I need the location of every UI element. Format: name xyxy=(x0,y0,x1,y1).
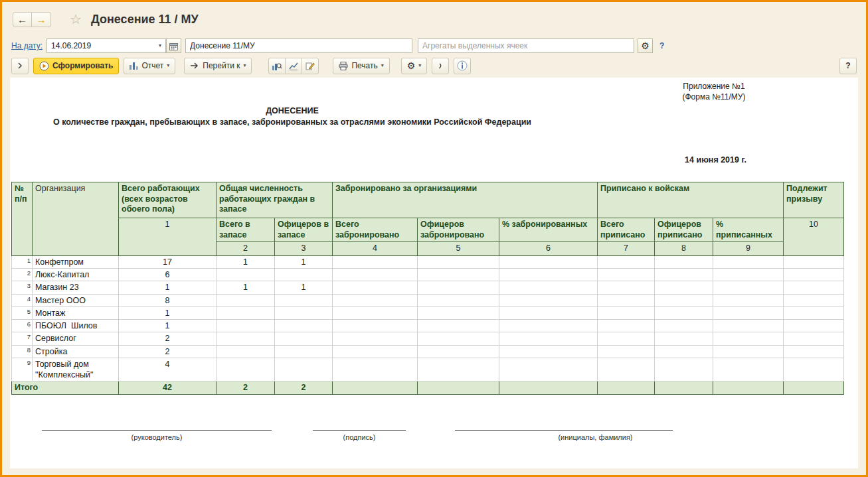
col-header-assigned-percent[interactable]: % приписанных xyxy=(713,218,784,242)
value-cell[interactable] xyxy=(418,269,499,281)
value-cell[interactable] xyxy=(333,281,418,294)
value-cell[interactable] xyxy=(499,269,598,281)
value-cell[interactable]: 6 xyxy=(119,269,217,281)
value-cell[interactable] xyxy=(655,294,713,307)
cell-comment-button[interactable] xyxy=(432,58,449,74)
col-header-reserve-group[interactable]: Общая численность работающих граждан в з… xyxy=(217,182,333,218)
back-button[interactable]: ← xyxy=(13,12,32,27)
organization-cell[interactable]: Сервислог xyxy=(33,332,119,345)
value-cell[interactable] xyxy=(598,345,655,358)
value-cell[interactable] xyxy=(784,358,844,381)
report-variants-button[interactable] xyxy=(268,58,286,74)
value-cell[interactable] xyxy=(655,332,713,345)
date-input[interactable]: 14.06.2019 ▾ xyxy=(46,38,166,53)
row-number-cell[interactable]: 5 xyxy=(12,307,33,319)
col-header-npp[interactable]: № п/п xyxy=(12,182,33,256)
col-number-6[interactable]: 6 xyxy=(499,242,598,256)
on-date-link[interactable]: На дату: xyxy=(11,41,43,50)
col-header-organization[interactable]: Организация xyxy=(33,182,119,256)
value-cell[interactable] xyxy=(275,269,333,281)
value-cell[interactable] xyxy=(598,255,655,268)
value-cell[interactable] xyxy=(655,358,713,381)
col-header-reserved-total[interactable]: Всего забронировано xyxy=(333,218,418,242)
value-cell[interactable] xyxy=(217,320,275,332)
table-settings-menu-button[interactable]: ⚙ ▾ xyxy=(401,58,428,74)
row-number-cell[interactable]: 9 xyxy=(12,358,33,381)
value-cell[interactable] xyxy=(598,358,655,381)
value-cell[interactable] xyxy=(598,307,655,319)
value-cell[interactable] xyxy=(275,307,333,319)
value-cell[interactable] xyxy=(217,358,275,381)
chevron-down-icon[interactable]: ▾ xyxy=(159,43,161,48)
totals-label[interactable]: Итого xyxy=(12,381,119,395)
organization-cell[interactable]: ПБОЮЛ Шилов xyxy=(33,320,119,332)
show-settings-panel-button[interactable] xyxy=(11,58,29,74)
value-cell[interactable]: 1 xyxy=(119,307,217,319)
value-cell[interactable] xyxy=(275,358,333,381)
value-cell[interactable] xyxy=(784,255,844,268)
value-cell[interactable]: 1 xyxy=(275,255,333,268)
organization-cell[interactable]: Магазин 23 xyxy=(33,281,119,294)
value-cell[interactable] xyxy=(598,320,655,332)
value-cell[interactable] xyxy=(499,307,598,319)
value-cell[interactable]: 2 xyxy=(119,345,217,358)
report-menu-button[interactable]: Отчет ▾ xyxy=(124,58,175,74)
value-cell[interactable] xyxy=(598,269,655,281)
totals-value[interactable] xyxy=(713,381,784,395)
value-cell[interactable] xyxy=(333,332,418,345)
col-number-8[interactable]: 8 xyxy=(655,242,713,256)
value-cell[interactable] xyxy=(217,307,275,319)
goto-menu-button[interactable]: Перейти к ▾ xyxy=(184,58,252,74)
totals-value[interactable] xyxy=(333,381,418,395)
value-cell[interactable] xyxy=(655,320,713,332)
value-cell[interactable] xyxy=(333,294,418,307)
value-cell[interactable]: 17 xyxy=(119,255,217,268)
col-header-assigned-group[interactable]: Приписано к войскам xyxy=(598,182,784,218)
totals-value[interactable]: 2 xyxy=(275,381,333,395)
print-menu-button[interactable]: Печать ▾ xyxy=(333,58,389,74)
organization-cell[interactable]: Люкс-Капитал xyxy=(33,269,119,281)
row-number-cell[interactable]: 6 xyxy=(12,320,33,332)
value-cell[interactable] xyxy=(713,307,784,319)
value-cell[interactable] xyxy=(499,320,598,332)
value-cell[interactable] xyxy=(217,345,275,358)
value-cell[interactable]: 1 xyxy=(119,320,217,332)
col-header-assigned-total[interactable]: Всего приписано xyxy=(598,218,655,242)
value-cell[interactable] xyxy=(713,281,784,294)
value-cell[interactable] xyxy=(499,332,598,345)
value-cell[interactable] xyxy=(598,332,655,345)
organization-cell[interactable]: Монтаж xyxy=(33,307,119,319)
value-cell[interactable] xyxy=(499,345,598,358)
value-cell[interactable] xyxy=(418,332,499,345)
value-cell[interactable] xyxy=(418,320,499,332)
value-cell[interactable] xyxy=(333,269,418,281)
value-cell[interactable] xyxy=(713,358,784,381)
organization-cell[interactable]: Стройка xyxy=(33,345,119,358)
col-number-3[interactable]: 3 xyxy=(275,242,333,256)
value-cell[interactable] xyxy=(784,294,844,307)
col-number-10[interactable]: 10 xyxy=(784,218,844,256)
value-cell[interactable] xyxy=(655,269,713,281)
value-cell[interactable] xyxy=(499,358,598,381)
generate-button[interactable]: Сформировать xyxy=(33,58,119,74)
row-number-cell[interactable]: 4 xyxy=(12,294,33,307)
value-cell[interactable] xyxy=(784,281,844,294)
organization-cell[interactable]: Мастер ООО xyxy=(33,294,119,307)
value-cell[interactable] xyxy=(333,255,418,268)
value-cell[interactable]: 1 xyxy=(217,281,275,294)
help-button[interactable]: ? xyxy=(839,58,857,74)
forward-button[interactable]: → xyxy=(32,12,51,27)
info-button[interactable] xyxy=(454,58,471,74)
value-cell[interactable] xyxy=(713,332,784,345)
row-number-cell[interactable]: 2 xyxy=(12,269,33,281)
totals-value[interactable] xyxy=(655,381,713,395)
value-cell[interactable]: 1 xyxy=(275,281,333,294)
value-cell[interactable] xyxy=(418,281,499,294)
value-cell[interactable] xyxy=(217,294,275,307)
value-cell[interactable] xyxy=(598,294,655,307)
totals-value[interactable] xyxy=(418,381,499,395)
value-cell[interactable] xyxy=(713,320,784,332)
report-title-input[interactable] xyxy=(185,38,412,53)
value-cell[interactable] xyxy=(418,307,499,319)
col-number-2[interactable]: 2 xyxy=(217,242,275,256)
